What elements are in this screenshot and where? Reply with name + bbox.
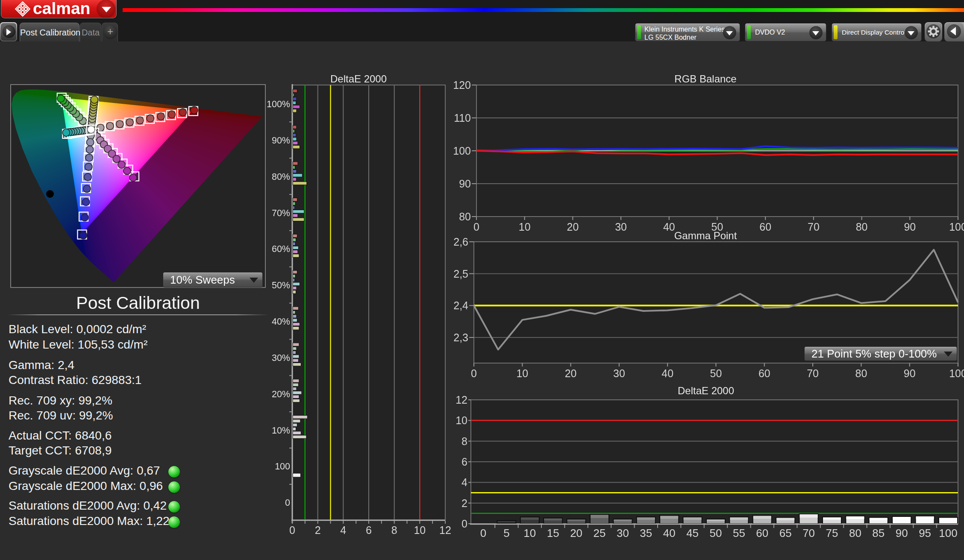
svg-text:60: 60 xyxy=(759,221,771,233)
svg-text:10: 10 xyxy=(516,367,528,379)
svg-text:120: 120 xyxy=(453,79,471,91)
svg-text:100: 100 xyxy=(949,367,964,379)
svg-text:Gamma Point: Gamma Point xyxy=(674,232,737,241)
svg-text:0: 0 xyxy=(461,518,467,530)
svg-text:100: 100 xyxy=(453,145,471,157)
svg-text:DeltaE 2000: DeltaE 2000 xyxy=(330,73,387,85)
svg-text:100: 100 xyxy=(939,527,957,539)
svg-text:80: 80 xyxy=(459,211,471,223)
svg-text:2: 2 xyxy=(461,497,467,509)
svg-text:10%: 10% xyxy=(272,425,290,436)
svg-text:4: 4 xyxy=(340,524,346,536)
svg-text:85: 85 xyxy=(872,527,885,539)
svg-text:90%: 90% xyxy=(272,135,290,146)
svg-text:60: 60 xyxy=(758,367,770,379)
svg-text:90: 90 xyxy=(904,221,916,233)
svg-text:8: 8 xyxy=(391,524,397,536)
svg-text:0: 0 xyxy=(471,367,477,379)
svg-text:40: 40 xyxy=(663,221,675,233)
svg-text:70: 70 xyxy=(802,527,815,539)
svg-text:15: 15 xyxy=(547,527,559,539)
svg-text:RGB Balance: RGB Balance xyxy=(674,73,736,85)
svg-text:12: 12 xyxy=(456,394,467,406)
svg-text:2,4: 2,4 xyxy=(453,299,468,311)
svg-text:95: 95 xyxy=(919,527,931,539)
svg-text:70%: 70% xyxy=(272,208,290,218)
svg-text:75: 75 xyxy=(826,527,838,539)
svg-text:30: 30 xyxy=(615,221,627,233)
svg-text:0: 0 xyxy=(473,221,479,233)
svg-text:40: 40 xyxy=(661,367,673,379)
svg-text:20: 20 xyxy=(565,367,577,379)
svg-text:4: 4 xyxy=(461,476,467,488)
svg-text:80: 80 xyxy=(855,367,867,379)
svg-text:100: 100 xyxy=(949,221,964,233)
svg-text:6: 6 xyxy=(461,456,467,468)
svg-text:10: 10 xyxy=(414,524,426,536)
svg-text:90: 90 xyxy=(459,178,471,190)
svg-text:20: 20 xyxy=(567,221,579,233)
svg-text:70: 70 xyxy=(807,367,819,379)
svg-text:50: 50 xyxy=(710,527,722,539)
svg-text:50: 50 xyxy=(710,367,722,379)
svg-text:8: 8 xyxy=(461,435,467,447)
svg-text:30%: 30% xyxy=(272,353,290,363)
svg-text:60%: 60% xyxy=(272,244,290,254)
svg-text:80: 80 xyxy=(856,221,868,233)
svg-text:30: 30 xyxy=(617,527,629,539)
svg-text:0: 0 xyxy=(285,498,290,508)
svg-text:100%: 100% xyxy=(267,99,290,109)
svg-text:70: 70 xyxy=(808,221,820,233)
svg-text:2,3: 2,3 xyxy=(453,331,468,343)
svg-text:10: 10 xyxy=(519,221,531,233)
svg-text:5: 5 xyxy=(503,527,509,539)
svg-text:90: 90 xyxy=(904,367,916,379)
svg-text:30: 30 xyxy=(613,367,625,379)
svg-text:55: 55 xyxy=(733,527,745,539)
svg-text:60: 60 xyxy=(756,527,768,539)
svg-text:25: 25 xyxy=(594,527,606,539)
svg-text:40: 40 xyxy=(663,527,676,539)
svg-text:35: 35 xyxy=(640,527,652,539)
svg-text:20%: 20% xyxy=(272,389,290,399)
svg-text:0: 0 xyxy=(289,524,295,536)
svg-text:2: 2 xyxy=(315,524,321,536)
svg-text:100: 100 xyxy=(275,461,290,472)
svg-text:110: 110 xyxy=(454,112,471,124)
svg-text:50%: 50% xyxy=(272,280,290,290)
svg-text:65: 65 xyxy=(779,527,792,539)
svg-text:45: 45 xyxy=(686,527,699,539)
svg-text:20: 20 xyxy=(570,527,582,539)
svg-text:10: 10 xyxy=(523,527,536,539)
svg-text:6: 6 xyxy=(366,524,372,536)
svg-text:40%: 40% xyxy=(272,317,290,327)
svg-text:DeltaE 2000: DeltaE 2000 xyxy=(678,385,734,396)
svg-text:0: 0 xyxy=(480,527,486,539)
svg-text:2,5: 2,5 xyxy=(453,268,468,280)
svg-text:50: 50 xyxy=(711,221,723,233)
svg-text:80%: 80% xyxy=(272,172,290,182)
svg-text:10: 10 xyxy=(456,414,467,426)
svg-text:90: 90 xyxy=(896,527,908,539)
svg-text:80: 80 xyxy=(849,527,861,539)
svg-text:2,6: 2,6 xyxy=(453,236,468,248)
